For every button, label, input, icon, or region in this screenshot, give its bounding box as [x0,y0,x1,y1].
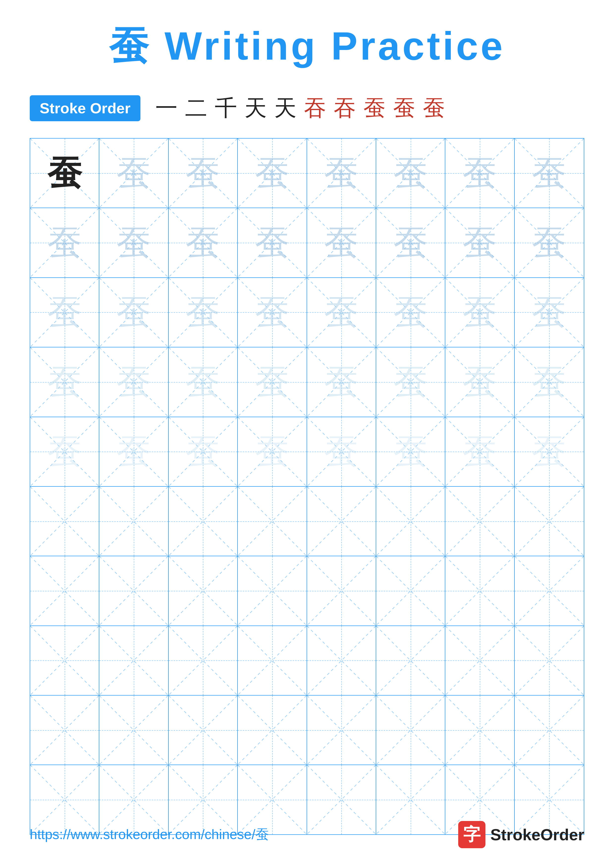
grid-cell-empty[interactable] [515,556,584,625]
svg-line-106 [376,556,445,625]
grid-cell-empty[interactable] [30,696,99,764]
grid-cell-empty[interactable] [169,696,238,764]
practice-char: 蚕 [532,225,566,260]
grid-cell[interactable]: 蚕 [30,417,99,486]
footer-url[interactable]: https://www.strokeorder.com/chinese/蚕 [30,825,269,844]
grid-cell[interactable]: 蚕 [238,278,307,347]
practice-char: 蚕 [532,365,566,399]
grid-cell-empty[interactable] [99,696,168,764]
grid-cell[interactable]: 蚕 [99,278,168,347]
grid-cell[interactable]: 蚕 [515,278,584,347]
grid-cell[interactable]: 蚕 [307,139,376,208]
grid-cell-empty[interactable] [376,696,445,764]
grid-cell-empty[interactable] [99,487,168,556]
grid-cell-empty[interactable] [307,626,376,695]
grid-cell[interactable]: 蚕 [307,347,376,417]
grid-cell-empty[interactable] [307,696,376,764]
grid-cell-empty[interactable] [445,487,515,556]
grid-cell-empty[interactable] [30,556,99,625]
page: 蚕 Writing Practice Stroke Order 一 二 千 天 … [0,0,614,868]
grid-cell[interactable]: 蚕 [169,417,238,486]
grid-cell-empty[interactable] [169,556,238,625]
grid-cell[interactable]: 蚕 [238,417,307,486]
grid-cell[interactable]: 蚕 [307,417,376,486]
grid-cell[interactable]: 蚕 [30,278,99,347]
grid-cell[interactable]: 蚕 [445,347,515,417]
grid-cell[interactable]: 蚕 [445,278,515,347]
grid-cell-empty[interactable] [307,556,376,625]
grid-cell-empty[interactable] [169,626,238,695]
grid-cell-empty[interactable] [238,626,307,695]
grid-cell[interactable]: 蚕 [515,347,584,417]
grid-cell[interactable]: 蚕 [307,208,376,277]
grid-cell[interactable]: 蚕 [445,208,515,277]
stroke-6: 吞 [304,93,326,123]
grid-cell[interactable]: 蚕 [30,347,99,417]
grid-cell[interactable]: 蚕 [169,347,238,417]
svg-line-80 [30,487,99,556]
practice-char: 蚕 [117,365,151,399]
grid-cell[interactable]: 蚕 [238,139,307,208]
grid-cell[interactable]: 蚕 [238,347,307,417]
grid-cell[interactable]: 蚕 [30,208,99,277]
grid-cell-empty[interactable] [307,487,376,556]
grid-cell[interactable]: 蚕 [445,139,515,208]
svg-line-129 [30,696,99,764]
grid-cell[interactable]: 蚕 [99,417,168,486]
svg-line-96 [30,556,99,625]
grid-cell[interactable]: 蚕 [515,417,584,486]
grid-cell-empty[interactable] [238,556,307,625]
grid-cell[interactable]: 蚕 [169,139,238,208]
grid-row-7 [30,556,584,626]
grid-cell[interactable]: 蚕 [376,208,445,277]
practice-char: 蚕 [532,434,566,469]
grid-cell-empty[interactable] [445,626,515,695]
practice-char: 蚕 [462,156,497,191]
grid-cell[interactable]: 蚕 [515,208,584,277]
grid-cell[interactable]: 蚕 [99,208,168,277]
practice-char: 蚕 [255,156,289,191]
grid-row-6 [30,487,584,556]
practice-char: 蚕 [462,295,497,330]
grid-cell[interactable]: 蚕 [238,208,307,277]
svg-line-119 [238,626,306,695]
grid-cell-empty[interactable] [238,487,307,556]
svg-line-105 [307,556,376,625]
grid-cell-empty[interactable] [30,487,99,556]
practice-char: 蚕 [324,156,359,191]
grid-cell-empty[interactable] [169,487,238,556]
grid-cell[interactable]: 蚕 [169,278,238,347]
grid-cell-empty[interactable] [376,487,445,556]
grid-cell[interactable]: 蚕 [376,347,445,417]
grid-cell-empty[interactable] [30,626,99,695]
stroke-5: 天 [274,93,297,123]
grid-cell[interactable]: 蚕 [376,278,445,347]
grid-cell-empty[interactable] [376,556,445,625]
grid-cell-empty[interactable] [515,696,584,764]
grid-cell[interactable]: 蚕 [445,417,515,486]
grid-cell-empty[interactable] [376,626,445,695]
grid-cell-empty[interactable] [445,696,515,764]
grid-cell[interactable]: 蚕 [376,417,445,486]
grid-cell-empty[interactable] [99,556,168,625]
grid-cell-empty[interactable] [238,696,307,764]
grid-cell[interactable]: 蚕 [376,139,445,208]
grid-row-9 [30,696,584,765]
svg-line-88 [307,487,376,556]
grid-cell-empty[interactable] [515,626,584,695]
grid-cell[interactable]: 蚕 [99,139,168,208]
svg-line-113 [30,626,99,695]
grid-cell-empty[interactable] [445,556,515,625]
grid-cell[interactable]: 蚕 [515,139,584,208]
grid-cell-empty[interactable] [99,626,168,695]
svg-line-84 [169,487,237,556]
grid-cell[interactable]: 蚕 [307,278,376,347]
grid-cell[interactable]: 蚕 [99,347,168,417]
grid-cell-empty[interactable] [515,487,584,556]
logo-text: StrokeOrder [490,825,584,844]
grid-cell[interactable]: 蚕 [169,208,238,277]
practice-char: 蚕 [324,434,359,469]
svg-line-82 [99,487,168,556]
practice-char: 蚕 [462,365,497,399]
grid-cell[interactable]: 蚕 [30,139,99,208]
